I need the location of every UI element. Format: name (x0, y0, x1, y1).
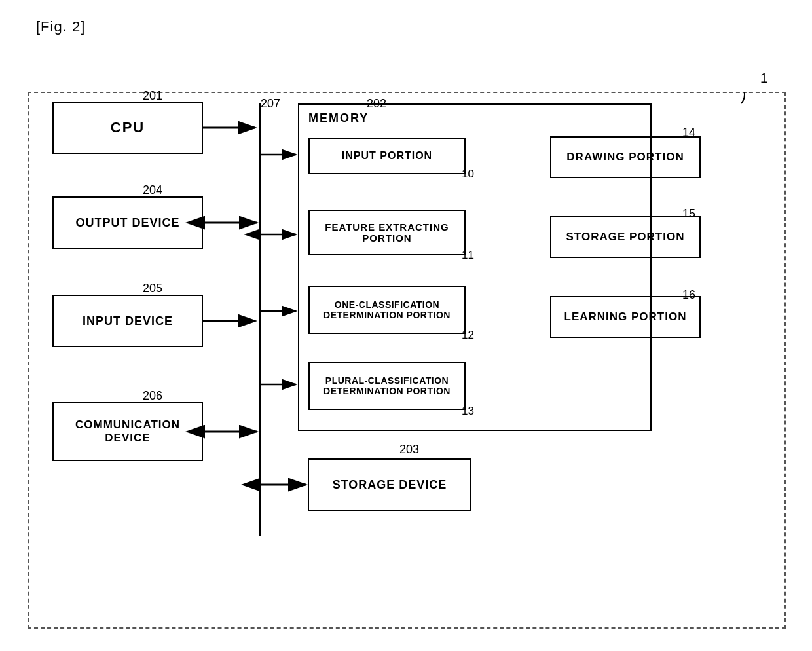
ref-207: 207 (261, 97, 280, 111)
input-portion-label: INPUT PORTION (342, 150, 432, 162)
fig-label: [Fig. 2] (36, 18, 85, 35)
one-classification-box: ONE-CLASSIFICATIONDETERMINATION PORTION (308, 286, 466, 334)
one-classification-label: ONE-CLASSIFICATIONDETERMINATION PORTION (323, 299, 451, 320)
feature-extracting-label: FEATURE EXTRACTINGPORTION (325, 221, 449, 244)
ref-15: 15 (682, 207, 695, 221)
memory-label: MEMORY (308, 111, 369, 125)
drawing-portion-label: DRAWING PORTION (566, 151, 684, 164)
feature-extracting-box: FEATURE EXTRACTINGPORTION (308, 210, 466, 255)
storage-device-box: STORAGE DEVICE (308, 458, 471, 511)
ref-202: 202 (367, 97, 386, 111)
storage-portion-label: STORAGE PORTION (566, 231, 685, 244)
comm-device-label: COMMUNICATIONDEVICE (75, 418, 180, 445)
ref-206: 206 (143, 389, 162, 403)
cpu-label: CPU (111, 119, 145, 136)
learning-portion-box: LEARNING PORTION (550, 296, 701, 338)
ref-1: 1 (760, 71, 767, 86)
bus-line (259, 103, 261, 536)
ref-16: 16 (682, 288, 695, 302)
learning-portion-label: LEARNING PORTION (564, 310, 687, 324)
page: [Fig. 2] 1 CPU 201 OUTPUT DEVICE 204 INP… (0, 0, 812, 651)
input-device-box: INPUT DEVICE (52, 295, 203, 347)
cpu-box: CPU (52, 102, 203, 154)
ref-13: 13 (462, 405, 474, 418)
drawing-portion-box: DRAWING PORTION (550, 136, 701, 178)
ref-204: 204 (143, 183, 162, 197)
plural-classification-label: PLURAL-CLASSIFICATIONDETERMINATION PORTI… (323, 375, 451, 396)
ref-201: 201 (143, 89, 162, 103)
ref-11: 11 (462, 249, 474, 262)
input-device-label: INPUT DEVICE (83, 314, 173, 328)
output-device-label: OUTPUT DEVICE (75, 216, 179, 230)
ref-12: 12 (462, 329, 474, 342)
ref-203: 203 (399, 443, 419, 456)
ref-10: 10 (462, 168, 474, 181)
output-device-box: OUTPUT DEVICE (52, 196, 203, 249)
input-portion-box: INPUT PORTION (308, 138, 466, 174)
comm-device-box: COMMUNICATIONDEVICE (52, 402, 203, 461)
ref-14: 14 (682, 126, 695, 140)
storage-portion-box: STORAGE PORTION (550, 216, 701, 258)
ref-205: 205 (143, 282, 162, 295)
storage-device-label: STORAGE DEVICE (333, 478, 447, 492)
plural-classification-box: PLURAL-CLASSIFICATIONDETERMINATION PORTI… (308, 362, 466, 410)
